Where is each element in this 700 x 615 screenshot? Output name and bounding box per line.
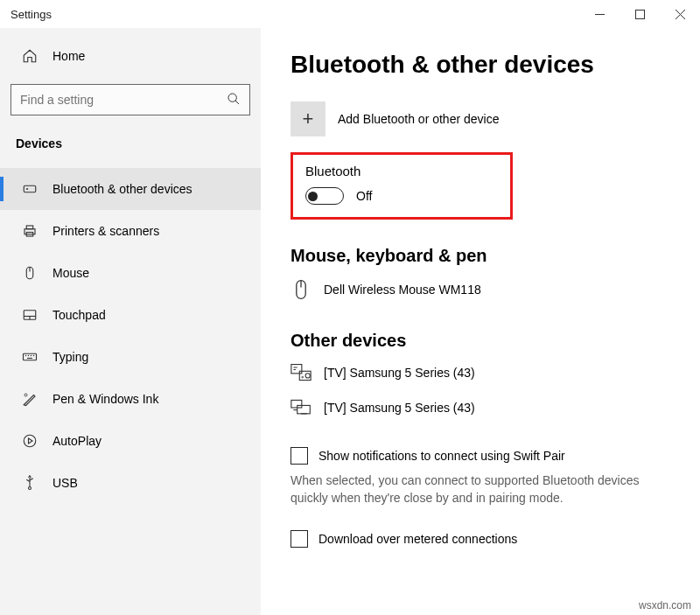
metered-label: Download over metered connections	[318, 532, 517, 546]
nav-item-pen[interactable]: Pen & Windows Ink	[0, 378, 261, 420]
svg-rect-9	[26, 226, 33, 229]
bluetooth-toggle-row: Off	[305, 187, 494, 205]
nav-item-label: Pen & Windows Ink	[52, 392, 158, 406]
swift-pair-section: Show notifications to connect using Swif…	[290, 447, 682, 507]
nav-list: Bluetooth & other devices Printers & sca…	[0, 168, 261, 504]
window-controls	[579, 0, 700, 28]
nav-item-bluetooth[interactable]: Bluetooth & other devices	[0, 168, 261, 210]
mouse-device-icon	[290, 278, 312, 301]
titlebar: Settings	[0, 0, 700, 28]
bluetooth-label: Bluetooth	[305, 164, 494, 178]
svg-point-22	[24, 394, 27, 396]
pen-icon	[21, 391, 38, 407]
svg-point-7	[26, 188, 28, 190]
nav-item-printers[interactable]: Printers & scanners	[0, 210, 261, 252]
window-title: Settings	[10, 8, 579, 21]
nav-item-label: AutoPlay	[52, 434, 102, 448]
svg-point-23	[24, 435, 36, 447]
metered-checkbox-row[interactable]: Download over metered connections	[290, 530, 682, 548]
mouse-heading: Mouse, keyboard & pen	[290, 246, 682, 266]
nav-item-label: Touchpad	[52, 308, 106, 322]
svg-point-4	[228, 94, 236, 101]
swift-pair-checkbox-row[interactable]: Show notifications to connect using Swif…	[290, 447, 682, 465]
device-row[interactable]: [TV] Samsung 5 Series (43)	[290, 363, 682, 382]
close-button[interactable]	[660, 0, 700, 28]
keyboard-icon	[21, 349, 38, 365]
other-heading: Other devices	[290, 331, 682, 351]
nav-item-mouse[interactable]: Mouse	[0, 252, 261, 294]
nav-item-label: Mouse	[52, 266, 89, 280]
device-name: [TV] Samsung 5 Series (43)	[324, 401, 475, 415]
toggle-knob	[308, 192, 318, 201]
nav-item-usb[interactable]: USB	[0, 462, 261, 504]
search-icon	[227, 92, 241, 108]
mouse-section: Mouse, keyboard & pen Dell Wireless Mous…	[290, 246, 682, 301]
device-name: Dell Wireless Mouse WM118	[324, 283, 481, 297]
bluetooth-highlight: Bluetooth Off	[290, 152, 513, 220]
swift-pair-label: Show notifications to connect using Swif…	[318, 449, 565, 463]
plus-icon: +	[290, 101, 326, 136]
search-input[interactable]	[20, 93, 227, 107]
device-name: [TV] Samsung 5 Series (43)	[324, 366, 475, 380]
checkbox-icon	[290, 530, 308, 548]
svg-point-30	[302, 376, 304, 378]
printer-icon	[21, 223, 38, 239]
svg-rect-16	[24, 353, 37, 360]
mouse-icon	[21, 265, 38, 281]
checkbox-icon	[290, 447, 308, 465]
page-title: Bluetooth & other devices	[290, 51, 682, 79]
svg-rect-32	[291, 400, 302, 408]
other-section: Other devices [TV] Samsung 5 Series (43)…	[290, 331, 682, 417]
svg-rect-28	[291, 365, 302, 374]
add-device-label: Add Bluetooth or other device	[338, 112, 499, 126]
home-link[interactable]: Home	[0, 37, 261, 75]
device-row[interactable]: Dell Wireless Mouse WM118	[290, 278, 682, 301]
swift-pair-help: When selected, you can connect to suppor…	[290, 472, 676, 507]
sidebar: Home Devices Bluetooth & other devices	[0, 28, 261, 615]
add-device-button[interactable]: + Add Bluetooth or other device	[290, 101, 682, 136]
minimize-button[interactable]	[579, 0, 620, 28]
search-input-box[interactable]	[10, 84, 250, 115]
nav-item-touchpad[interactable]: Touchpad	[0, 294, 261, 336]
svg-rect-33	[298, 405, 311, 413]
search-container	[10, 84, 250, 115]
usb-icon	[21, 475, 38, 491]
home-label: Home	[52, 49, 85, 63]
svg-rect-1	[635, 10, 644, 18]
display-device-icon	[290, 398, 312, 417]
svg-point-24	[29, 487, 32, 490]
watermark: wsxdn.com	[639, 599, 691, 612]
nav-item-typing[interactable]: Typing	[0, 336, 261, 378]
maximize-button[interactable]	[620, 0, 660, 28]
content-area: Bluetooth & other devices + Add Bluetoot…	[261, 28, 700, 615]
autoplay-icon	[21, 433, 38, 449]
nav-item-label: Printers & scanners	[52, 224, 159, 238]
media-device-icon	[290, 363, 312, 382]
touchpad-icon	[21, 307, 38, 323]
svg-line-5	[235, 101, 239, 104]
device-row[interactable]: [TV] Samsung 5 Series (43)	[290, 398, 682, 417]
home-icon	[21, 48, 38, 64]
svg-point-31	[305, 374, 310, 378]
nav-item-label: USB	[52, 476, 78, 490]
nav-item-label: Bluetooth & other devices	[52, 182, 192, 196]
category-heading: Devices	[0, 128, 261, 159]
bluetooth-state: Off	[356, 189, 372, 203]
svg-rect-6	[24, 185, 36, 192]
bluetooth-toggle[interactable]	[305, 187, 344, 205]
nav-item-label: Typing	[52, 350, 88, 364]
bluetooth-icon	[21, 181, 38, 197]
nav-item-autoplay[interactable]: AutoPlay	[0, 420, 261, 462]
